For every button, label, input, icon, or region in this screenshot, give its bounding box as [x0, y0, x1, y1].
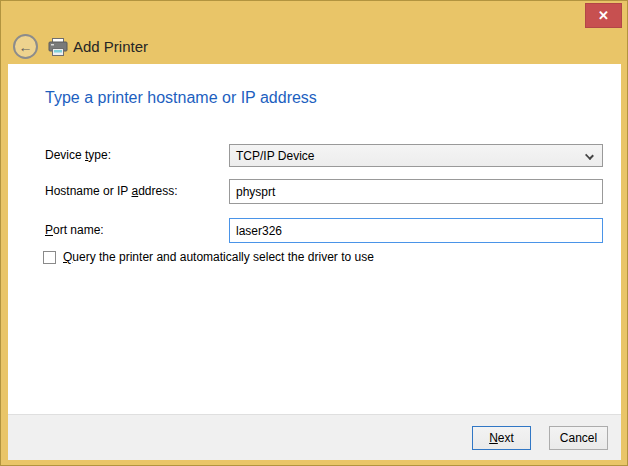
printer-icon	[48, 38, 68, 57]
device-type-selected-value: TCP/IP Device	[236, 149, 314, 163]
hostname-label: Hostname or IP address:	[45, 184, 178, 198]
query-printer-checkbox-label[interactable]: Query the printer and automatically sele…	[63, 250, 374, 264]
device-type-label: Device type:	[45, 148, 111, 162]
chevron-down-icon	[585, 151, 594, 160]
query-printer-checkbox[interactable]	[43, 251, 56, 264]
close-icon: ✕	[598, 8, 609, 23]
wizard-footer: Next Cancel	[8, 414, 621, 460]
query-printer-checkbox-row: Query the printer and automatically sele…	[43, 250, 374, 264]
window-title: Add Printer	[73, 38, 148, 55]
next-button[interactable]: Next	[472, 426, 531, 450]
wizard-page-content: Type a printer hostname or IP address De…	[8, 64, 621, 414]
cancel-button[interactable]: Cancel	[549, 426, 608, 450]
hostname-input[interactable]	[229, 179, 603, 204]
device-type-dropdown[interactable]: TCP/IP Device	[229, 144, 603, 167]
add-printer-wizard-window: ✕ ← Add Printer Type a printer hostname …	[0, 0, 628, 466]
port-name-label: Port name:	[45, 223, 104, 237]
page-heading: Type a printer hostname or IP address	[45, 89, 317, 107]
port-name-input[interactable]	[229, 218, 603, 243]
close-button[interactable]: ✕	[585, 3, 622, 28]
back-arrow-icon: ←	[19, 40, 33, 54]
back-button[interactable]: ←	[13, 34, 38, 59]
